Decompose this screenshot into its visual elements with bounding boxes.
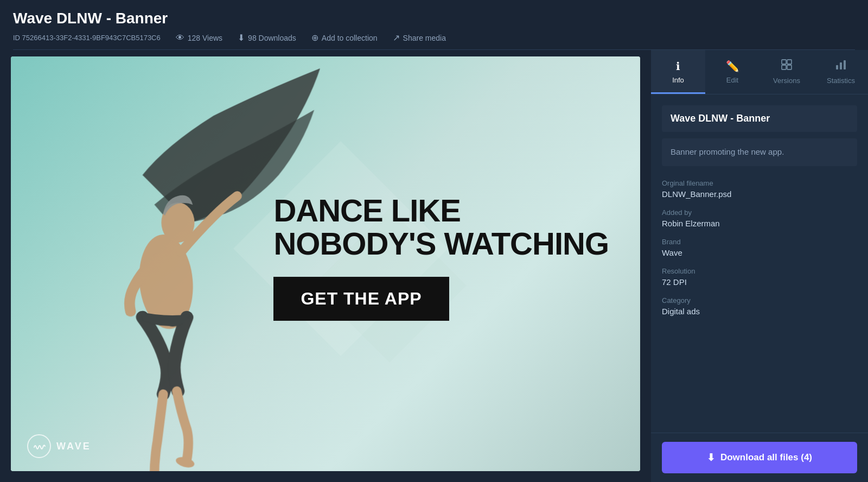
download-icon: ⬇	[707, 452, 715, 464]
svg-rect-4	[782, 60, 786, 64]
info-fields: Orginal filename DLNW_Banner.psd Added b…	[662, 177, 857, 318]
field-category: Category Digital ads	[662, 296, 857, 316]
edit-icon: ✏️	[726, 60, 739, 73]
field-added-by: Added by Robin Elzerman	[662, 208, 857, 228]
banner-headline: DANCE LIKE NOBODY'S WATCHING	[273, 194, 609, 261]
tab-edit[interactable]: ✏️ Edit	[705, 50, 760, 94]
tab-info[interactable]: ℹ Info	[651, 50, 705, 94]
statistics-icon	[835, 59, 847, 73]
download-count-icon: ⬇	[238, 33, 245, 43]
field-brand: Brand Wave	[662, 238, 857, 257]
wave-logo: WAVE	[27, 434, 91, 458]
asset-id: ID 75266413-33F2-4331-9BF943C7CB5173C6	[13, 34, 161, 42]
main-layout: DANCE LIKE NOBODY'S WATCHING GET THE APP…	[0, 50, 868, 482]
wave-logo-text: WAVE	[56, 441, 91, 452]
tabs-bar: ℹ Info ✏️ Edit Versions	[651, 50, 868, 94]
media-preview: DANCE LIKE NOBODY'S WATCHING GET THE APP…	[11, 56, 640, 471]
versions-icon	[781, 59, 793, 73]
eye-icon: 👁	[176, 33, 184, 43]
preview-area: DANCE LIKE NOBODY'S WATCHING GET THE APP…	[0, 50, 651, 482]
field-original-filename: Orginal filename DLNW_Banner.psd	[662, 179, 857, 199]
svg-rect-7	[787, 65, 792, 69]
views-count: 👁 128 Views	[176, 33, 222, 43]
svg-rect-9	[840, 62, 842, 69]
share-icon: ↗	[393, 33, 400, 43]
tab-statistics[interactable]: Statistics	[814, 50, 868, 94]
info-asset-title: Wave DLNW - Banner	[662, 105, 857, 132]
info-description: Banner promoting the new app.	[662, 138, 857, 166]
download-section: ⬇ Download all files (4)	[651, 433, 868, 482]
svg-rect-8	[836, 65, 838, 69]
tab-versions[interactable]: Versions	[760, 50, 814, 94]
field-resolution: Resolution 72 DPI	[662, 267, 857, 287]
banner-text-block: DANCE LIKE NOBODY'S WATCHING GET THE APP	[273, 194, 609, 321]
header-meta: ID 75266413-33F2-4331-9BF943C7CB5173C6 👁…	[13, 33, 855, 43]
header: Wave DLNW - Banner ID 75266413-33F2-4331…	[0, 0, 868, 49]
right-panel: ℹ Info ✏️ Edit Versions	[651, 50, 868, 482]
add-collection-icon: ⊕	[311, 33, 318, 43]
downloads-count: ⬇ 98 Downloads	[238, 33, 296, 43]
svg-rect-5	[787, 60, 792, 64]
cta-button[interactable]: GET THE APP	[273, 277, 449, 321]
svg-rect-10	[844, 60, 846, 69]
wave-logo-icon	[27, 434, 51, 458]
page-title: Wave DLNW - Banner	[13, 10, 855, 27]
banner-background: DANCE LIKE NOBODY'S WATCHING GET THE APP…	[11, 56, 640, 471]
svg-rect-6	[782, 65, 786, 69]
info-icon: ℹ	[676, 60, 680, 73]
download-all-button[interactable]: ⬇ Download all files (4)	[662, 442, 857, 473]
panel-content: Wave DLNW - Banner Banner promoting the …	[651, 94, 868, 433]
share-media-button[interactable]: ↗ Share media	[393, 33, 446, 43]
add-to-collection-button[interactable]: ⊕ Add to collection	[311, 33, 378, 43]
